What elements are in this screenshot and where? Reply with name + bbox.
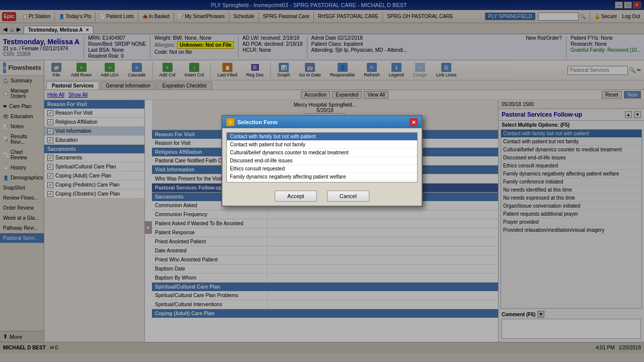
modal-item-2[interactable]: Cultural/belief dynamics counter to medi… — [227, 149, 417, 157]
modal-icon: ! — [226, 118, 234, 126]
selection-form-modal: ! Selection Form ✕ Contact with family b… — [221, 115, 423, 207]
modal-item-0[interactable]: Contact with family but not with patient — [227, 133, 417, 141]
modal-item-5[interactable]: Family dynamics negatively affecting pat… — [227, 173, 417, 181]
modal-buttons: Accept Cancel — [222, 187, 422, 206]
modal-content: Contact with family but not with patient… — [222, 128, 422, 187]
modal-overlay[interactable]: ! Selection Form ✕ Contact with family b… — [0, 0, 644, 362]
modal-item-1[interactable]: Contact with patient but not family — [227, 141, 417, 149]
modal-title: Selection Form — [237, 119, 277, 125]
modal-item-3[interactable]: Discussed end-of-life issues — [227, 157, 417, 165]
modal-cancel-btn[interactable]: Cancel — [327, 191, 369, 202]
modal-close-btn[interactable]: ✕ — [410, 118, 418, 126]
modal-list[interactable]: Contact with family but not with patient… — [226, 132, 418, 183]
modal-item-6[interactable]: Family conference initiated — [227, 181, 417, 183]
modal-title-bar: ! Selection Form ✕ — [222, 116, 422, 128]
modal-item-4[interactable]: Ethics consult requested — [227, 165, 417, 173]
modal-accept-btn[interactable]: Accept — [275, 191, 317, 202]
